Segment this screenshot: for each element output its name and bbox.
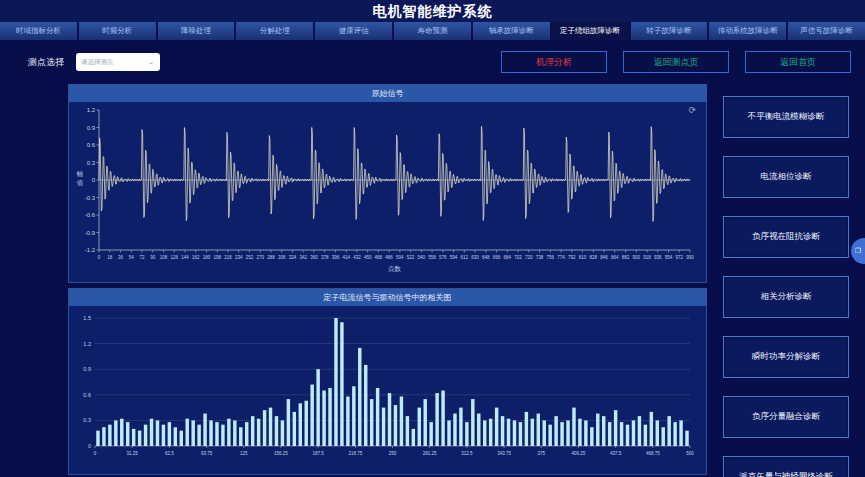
svg-text:幅: 幅 [77, 170, 84, 178]
svg-text:218.75: 218.75 [348, 451, 362, 456]
svg-text:125: 125 [240, 451, 248, 456]
svg-text:1.2: 1.2 [83, 341, 91, 347]
svg-text:486: 486 [385, 255, 393, 260]
svg-text:-0.9: -0.9 [85, 230, 96, 236]
svg-text:-0.6: -0.6 [85, 212, 96, 218]
svg-text:312.5: 312.5 [461, 451, 473, 456]
svg-text:437.5: 437.5 [610, 451, 622, 456]
svg-text:0.9: 0.9 [83, 366, 91, 372]
svg-text:630: 630 [471, 255, 479, 260]
diagnosis-sidebar: 不平衡电流模糊诊断电流相位诊断负序视在阻抗诊断相关分析诊断瞬时功率分解诊断负序分… [707, 84, 865, 477]
correlation-panel-title: 定子电流信号与振动信号中的相关图 [69, 289, 706, 306]
svg-text:468.75: 468.75 [646, 451, 660, 456]
svg-text:954: 954 [665, 255, 673, 260]
diagnosis-button-5[interactable]: 负序分量融合诊断 [723, 396, 849, 438]
diagnosis-button-2[interactable]: 负序视在阻抗诊断 [723, 216, 849, 258]
svg-text:702: 702 [514, 255, 522, 260]
tab-5[interactable]: 寿命预测 [394, 22, 471, 40]
svg-text:234: 234 [235, 255, 243, 260]
svg-text:0.6: 0.6 [83, 392, 91, 398]
svg-text:0: 0 [88, 443, 91, 449]
svg-text:54: 54 [129, 255, 135, 260]
svg-text:93.75: 93.75 [201, 451, 213, 456]
svg-text:126: 126 [170, 255, 178, 260]
svg-text:0.6: 0.6 [87, 142, 96, 148]
diagnosis-button-0[interactable]: 不平衡电流模糊诊断 [723, 96, 849, 138]
svg-text:-0.3: -0.3 [85, 195, 96, 201]
tab-3[interactable]: 分解处理 [236, 22, 313, 40]
diagnosis-button-3[interactable]: 相关分析诊断 [723, 276, 849, 318]
tab-4[interactable]: 健康评估 [315, 22, 392, 40]
svg-text:828: 828 [590, 255, 598, 260]
correlation-chart-body: 00.30.60.91.21.5031.2562.593.75125156.25… [69, 306, 706, 474]
diagnosis-button-1[interactable]: 电流相位诊断 [723, 156, 849, 198]
svg-text:792: 792 [568, 255, 576, 260]
svg-text:343.75: 343.75 [497, 451, 511, 456]
svg-text:396: 396 [332, 255, 340, 260]
raw-signal-chart: 1.20.90.60.30-0.3-0.6-0.9-1.2幅值018365472… [69, 102, 706, 282]
svg-text:504: 504 [396, 255, 404, 260]
svg-text:558: 558 [428, 255, 436, 260]
svg-text:378: 378 [321, 255, 329, 260]
page-title: 电机智能维护系统 [0, 0, 865, 22]
diagnosis-button-4[interactable]: 瞬时功率分解诊断 [723, 336, 849, 378]
svg-text:360: 360 [310, 255, 318, 260]
svg-text:522: 522 [407, 255, 415, 260]
svg-text:0: 0 [94, 451, 97, 456]
svg-text:180: 180 [203, 255, 211, 260]
svg-text:450: 450 [364, 255, 372, 260]
tab-1[interactable]: 时频分析 [79, 22, 156, 40]
svg-text:1.2: 1.2 [87, 107, 96, 113]
svg-text:90: 90 [150, 255, 156, 260]
svg-text:648: 648 [482, 255, 490, 260]
svg-text:756: 756 [547, 255, 555, 260]
svg-text:990: 990 [686, 255, 694, 260]
raw-signal-chart-body: ⟳ 1.20.90.60.30-0.3-0.6-0.9-1.2幅值0183654… [69, 102, 706, 282]
tab-10[interactable]: 声信号故障诊断 [788, 22, 865, 40]
svg-text:216: 216 [224, 255, 232, 260]
svg-text:468: 468 [375, 255, 383, 260]
svg-text:738: 738 [536, 255, 544, 260]
chart-restore-icon[interactable]: ⟳ [688, 105, 696, 115]
svg-text:306: 306 [278, 255, 286, 260]
back-to-points-button[interactable]: 返回测点页 [623, 51, 729, 73]
svg-text:0.3: 0.3 [87, 160, 96, 166]
title-bar: 电机智能维护系统 [0, 0, 865, 22]
svg-text:594: 594 [450, 255, 458, 260]
point-select-placeholder: 请选择测点 [81, 58, 114, 67]
svg-text:864: 864 [611, 255, 619, 260]
svg-text:342: 342 [299, 255, 307, 260]
svg-text:720: 720 [525, 255, 533, 260]
svg-text:281.25: 281.25 [423, 451, 437, 456]
svg-text:108: 108 [160, 255, 168, 260]
svg-text:900: 900 [633, 255, 641, 260]
tab-6[interactable]: 轴承故障诊断 [473, 22, 550, 40]
mechanism-analysis-button[interactable]: 机理分析 [501, 51, 607, 73]
point-select-dropdown[interactable]: 请选择测点 ⌄ [76, 53, 160, 71]
chevron-down-icon: ⌄ [147, 59, 155, 66]
svg-text:270: 270 [256, 255, 264, 260]
svg-text:666: 666 [493, 255, 501, 260]
svg-text:406.25: 406.25 [572, 451, 586, 456]
svg-text:187.5: 187.5 [312, 451, 324, 456]
tab-0[interactable]: 时域指标分析 [0, 22, 77, 40]
back-to-home-button[interactable]: 返回首页 [745, 51, 851, 73]
tab-9[interactable]: 传动系统故障诊断 [709, 22, 786, 40]
svg-text:144: 144 [181, 255, 189, 260]
svg-text:684: 684 [504, 255, 512, 260]
tab-7[interactable]: 定子绕组故障诊断 [552, 22, 629, 40]
tab-bar: 时域指标分析时频分析降噪处理分解处理健康评估寿命预测轴承故障诊断定子绕组故障诊断… [0, 22, 865, 40]
tab-8[interactable]: 转子故障诊断 [631, 22, 708, 40]
svg-text:882: 882 [622, 255, 630, 260]
svg-text:18: 18 [107, 255, 113, 260]
svg-text:414: 414 [342, 255, 350, 260]
raw-signal-panel: 原始信号 ⟳ 1.20.90.60.30-0.3-0.6-0.9-1.2幅值01… [68, 84, 707, 283]
svg-text:156.25: 156.25 [274, 451, 288, 456]
svg-text:0.3: 0.3 [83, 417, 91, 423]
diagnosis-button-6[interactable]: 派克矢量与神经网络诊断 [723, 456, 849, 477]
svg-text:162: 162 [192, 255, 200, 260]
svg-text:36: 36 [118, 255, 124, 260]
tab-2[interactable]: 降噪处理 [158, 22, 235, 40]
svg-text:846: 846 [600, 255, 608, 260]
svg-text:936: 936 [654, 255, 662, 260]
